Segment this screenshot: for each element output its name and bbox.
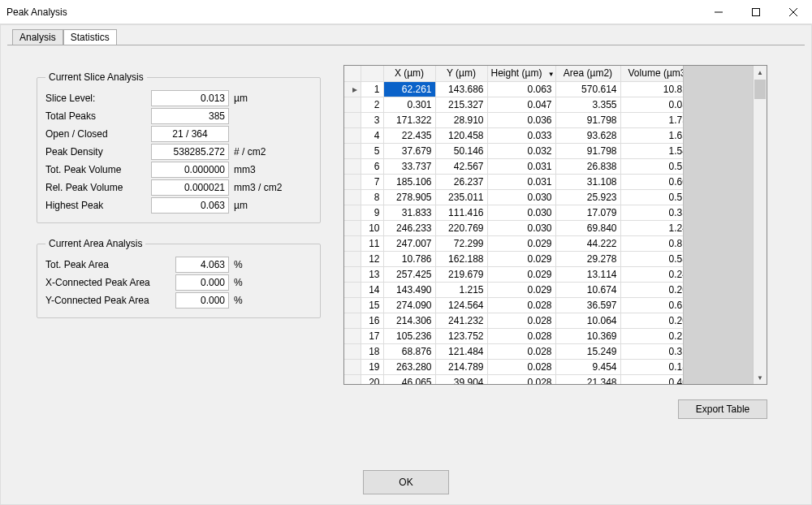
cell-marker[interactable] [344,158,361,174]
cell-y[interactable]: 120.458 [435,127,487,143]
cell-v[interactable]: 0.241 [620,266,683,282]
table-row[interactable]: 15274.090124.5640.02836.5970.659 [344,297,683,313]
cell-v[interactable]: 0.217 [620,328,683,343]
cell-idx[interactable]: 6 [361,158,383,174]
cell-x[interactable]: 0.301 [383,97,435,112]
col-header-x[interactable]: X (µm) [383,66,435,81]
tab-analysis[interactable]: Analysis [12,29,63,45]
minimize-button[interactable] [700,0,737,24]
scroll-thumb[interactable] [754,80,766,99]
cell-idx[interactable]: 18 [361,343,383,359]
cell-x[interactable]: 274.090 [383,297,435,313]
cell-idx[interactable]: 14 [361,282,383,297]
cell-v[interactable]: 1.245 [620,220,683,235]
cell-x[interactable]: 33.737 [383,158,435,174]
cell-y[interactable]: 50.146 [435,143,487,158]
cell-y[interactable]: 121.484 [435,343,487,359]
cell-x[interactable]: 247.007 [383,235,435,251]
cell-v[interactable]: 0.204 [620,313,683,328]
cell-v[interactable]: 1.634 [620,127,683,143]
cell-marker[interactable] [344,112,361,127]
cell-marker[interactable] [344,343,361,359]
table-row[interactable]: 633.73742.5670.03126.8380.532 [344,158,683,174]
cell-a[interactable]: 13.114 [555,266,620,282]
cell-a[interactable]: 570.614 [555,81,620,97]
cell-y[interactable]: 124.564 [435,297,487,313]
cell-marker[interactable] [344,189,361,205]
cell-y[interactable]: 28.910 [435,112,487,127]
cell-h[interactable]: 0.031 [487,174,555,189]
cell-v[interactable]: 0.407 [620,374,683,384]
cell-idx[interactable]: 1 [361,81,383,97]
cell-y[interactable]: 39.904 [435,374,487,384]
col-header-marker[interactable] [344,66,361,81]
table-row[interactable]: 931.833111.4160.03017.0790.353 [344,205,683,220]
cell-idx[interactable]: 7 [361,174,383,189]
table-row[interactable]: 10246.233220.7690.03069.8401.245 [344,220,683,235]
cell-a[interactable]: 25.923 [555,189,620,205]
cell-v[interactable]: 0.511 [620,189,683,205]
peaks-table[interactable]: X (µm) Y (µm) Height (µm) ▼ Area (µm2) V… [344,66,683,384]
table-row[interactable]: 14143.4901.2150.02910.6740.206 [344,282,683,297]
cell-v[interactable]: 0.600 [620,174,683,189]
cell-x[interactable]: 22.435 [383,127,435,143]
cell-v[interactable]: 0.086 [620,97,683,112]
cell-idx[interactable]: 16 [361,313,383,328]
cell-x[interactable]: 185.106 [383,174,435,189]
cell-a[interactable]: 21.348 [555,374,620,384]
cell-x[interactable]: 105.236 [383,328,435,343]
cell-y[interactable]: 72.299 [435,235,487,251]
cell-idx[interactable]: 19 [361,359,383,374]
cell-x[interactable]: 263.280 [383,359,435,374]
cell-a[interactable]: 29.278 [555,251,620,266]
cell-a[interactable]: 10.674 [555,282,620,297]
cell-a[interactable]: 69.840 [555,220,620,235]
cell-y[interactable]: 235.011 [435,189,487,205]
table-row[interactable]: 7185.10626.2370.03131.1080.600 [344,174,683,189]
cell-a[interactable]: 44.222 [555,235,620,251]
cell-v[interactable]: 0.532 [620,158,683,174]
maximize-button[interactable] [737,0,775,24]
cell-x[interactable]: 257.425 [383,266,435,282]
cell-idx[interactable]: 4 [361,127,383,143]
cell-marker[interactable] [344,282,361,297]
col-header-y[interactable]: Y (µm) [435,66,487,81]
cell-idx[interactable]: 3 [361,112,383,127]
scroll-up-button[interactable]: ▲ [754,66,767,79]
cell-y[interactable]: 219.679 [435,266,487,282]
cell-marker[interactable] [344,205,361,220]
table-row[interactable]: 8278.905235.0110.03025.9230.511 [344,189,683,205]
cell-y[interactable]: 215.327 [435,97,487,112]
cell-x[interactable]: 62.261 [383,81,435,97]
table-row[interactable]: 11247.00772.2990.02944.2220.813 [344,235,683,251]
cell-h[interactable]: 0.029 [487,282,555,297]
cell-idx[interactable]: 13 [361,266,383,282]
cell-a[interactable]: 26.838 [555,158,620,174]
cell-h[interactable]: 0.028 [487,343,555,359]
cell-h[interactable]: 0.030 [487,189,555,205]
cell-h[interactable]: 0.028 [487,374,555,384]
export-table-button[interactable]: Export Table [678,399,767,419]
cell-a[interactable]: 93.628 [555,127,620,143]
cell-v[interactable]: 0.353 [620,205,683,220]
table-row[interactable]: 3171.32228.9100.03691.7981.733 [344,112,683,127]
cell-v[interactable]: 0.813 [620,235,683,251]
cell-idx[interactable]: 17 [361,328,383,343]
cell-marker[interactable] [344,266,361,282]
cell-h[interactable]: 0.063 [487,81,555,97]
cell-idx[interactable]: 20 [361,374,383,384]
cell-a[interactable]: 9.454 [555,359,620,374]
cell-h[interactable]: 0.033 [487,127,555,143]
table-row[interactable]: 20.301215.3270.0473.3550.086 [344,97,683,112]
cell-marker[interactable] [344,127,361,143]
cell-x[interactable]: 143.490 [383,282,435,297]
col-header-idx[interactable] [361,66,383,81]
cell-h[interactable]: 0.030 [487,220,555,235]
cell-a[interactable]: 31.108 [555,174,620,189]
cell-marker[interactable] [344,374,361,384]
cell-h[interactable]: 0.029 [487,235,555,251]
cell-v[interactable]: 1.733 [620,112,683,127]
table-row[interactable]: 422.435120.4580.03393.6281.634 [344,127,683,143]
table-row[interactable]: 1868.876121.4840.02815.2490.316 [344,343,683,359]
cell-x[interactable]: 46.065 [383,374,435,384]
